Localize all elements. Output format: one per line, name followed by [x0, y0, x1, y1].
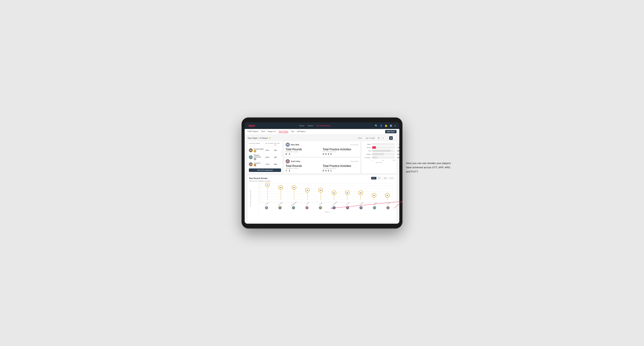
- team-title: Team Clippd | 14 Players: [248, 137, 268, 139]
- view-icons: ⊞ ≡ ▦ ↕: [382, 136, 396, 140]
- search-icon[interactable]: 🔍: [375, 124, 378, 127]
- bar-fill-dbogeys: [372, 156, 377, 159]
- player-name-1: Richard Butler: [254, 148, 264, 150]
- y-tick-2: 2: [252, 204, 259, 205]
- subnav-team-clippd[interactable]: Team Clippd: [278, 130, 288, 133]
- edit-icon[interactable]: ✏️: [269, 137, 271, 139]
- bar-chart-panel: Eagles 3 Birdies 96: [362, 141, 396, 173]
- add-team-button[interactable]: Add Team: [385, 130, 396, 133]
- nav-icons: 🔍 👤 🔔 ⚙️ ●: [375, 124, 396, 127]
- show-label: Show: [358, 137, 362, 139]
- streaks-chart-wrapper: Best Streak, Fairway Accuracy 7 6 5 4 3 …: [249, 183, 395, 220]
- subnav-pga[interactable]: PGA: [261, 131, 265, 133]
- rank-badge-3: 3: [254, 164, 256, 166]
- bar-label-dbogeys: D. Bogeys +: [363, 157, 371, 158]
- profile-icon[interactable]: ●: [394, 124, 396, 127]
- player-col-billingham: 6x: [287, 187, 301, 202]
- table-view-btn[interactable]: ↕: [393, 136, 396, 140]
- main-content: Team Clippd | 14 Players ✏️ Show Last 3 …: [245, 135, 399, 224]
- bar-fill-birdies: [372, 146, 376, 149]
- pc-name-josh: Josh Coles: [291, 161, 300, 162]
- bar-eagles: Eagles 3: [363, 143, 395, 145]
- avg-2: 107: [274, 156, 281, 158]
- avg-1: 110: [274, 149, 281, 151]
- sub-nav-links: PGAT Players PGA Hcaps 1-5 Team Clippd T…: [248, 130, 306, 133]
- photo-coles: JC: [306, 206, 308, 209]
- photo-butler: RB: [373, 206, 376, 209]
- player-col-mcherg: 6x: [274, 187, 287, 202]
- player-col-britt: 5x: [314, 190, 327, 202]
- bubble-coles: 5x: [305, 188, 310, 192]
- filter-app[interactable]: APP: [377, 177, 382, 179]
- bar-track-pars: 499: [372, 150, 395, 152]
- photo-mcherg: BM: [278, 206, 282, 209]
- streak-filter-btns: OTT APP ARG PUTT: [371, 177, 395, 179]
- lb-row-1: RB Richard Butler 1 19/20 110: [249, 147, 281, 154]
- app-logo: clippd: [248, 124, 255, 127]
- subnav-tour[interactable]: Tour: [291, 131, 294, 133]
- view-full-leaderboard-btn[interactable]: View Full Leaderboard: [249, 169, 281, 172]
- axis-200: 200: [382, 160, 384, 161]
- col-pb-avg: PB AVG SQ: [274, 143, 281, 146]
- bubble-crossman: 4x: [332, 190, 336, 195]
- rees-practice: 4: [289, 153, 290, 155]
- axis-0: 0: [372, 160, 373, 161]
- photo-miller: MM: [360, 206, 362, 209]
- y-axis-label-container: Best Streak, Fairway Accuracy: [249, 183, 252, 213]
- nav-my-performance[interactable]: My Performance: [316, 125, 330, 127]
- subnav-pgat[interactable]: PGAT Players: [248, 131, 258, 133]
- leaderboard-panel: PLAYER NAME PB SCORE PB AVG SQ RB Richar…: [248, 141, 282, 173]
- player-col-crossman: 4x: [327, 193, 340, 202]
- bubble-mcherg: 6x: [278, 185, 283, 190]
- grid-view-btn[interactable]: ⊞: [382, 136, 385, 140]
- josh-ott: 0: [323, 170, 324, 172]
- filter-ott[interactable]: OTT: [371, 177, 376, 179]
- rees-putt: 0: [330, 153, 332, 155]
- bar-track-dbogeys: 131: [372, 156, 395, 159]
- pc-stats-rees: Total Rounds Tournament Practice 8 4: [286, 148, 358, 155]
- players-label: Players: [325, 211, 330, 213]
- filter-arg[interactable]: ARG: [383, 177, 388, 179]
- bubble-ebert: 7x: [265, 183, 270, 187]
- pc-header-rees: RB Rees Britt 02 Sep 2023: [286, 143, 358, 147]
- bar-value-pars: 499: [398, 150, 399, 152]
- score-3: 17/20: [265, 163, 274, 165]
- bar-fill-eagles: [372, 143, 372, 145]
- y-tick-4: 4: [252, 195, 259, 197]
- chart-axis-title: Total Shots: [363, 162, 395, 163]
- settings-icon[interactable]: ⚙️: [390, 124, 392, 127]
- total-rounds-label: Total Rounds: [286, 148, 302, 151]
- name-ford: B. Ford: [346, 202, 350, 205]
- bell-icon[interactable]: 🔔: [385, 124, 388, 127]
- photo-ebert: EE: [265, 206, 268, 209]
- period-select[interactable]: Last 3 months Last 6 months Last 12 mont…: [363, 137, 380, 140]
- bar-dbogeys: D. Bogeys + 131: [363, 156, 395, 159]
- score-2: 18/20: [265, 156, 274, 158]
- card-view-btn[interactable]: ▦: [389, 136, 393, 140]
- subnav-hcaps[interactable]: Hcaps 1-5: [268, 131, 276, 133]
- rank-badge-1: 1: [254, 150, 256, 152]
- lb-row-3: CM Cameron... 3 17/20 103: [249, 161, 281, 168]
- nav-teams[interactable]: Teams: [308, 125, 313, 127]
- nav-home[interactable]: Home: [299, 125, 304, 127]
- user-icon[interactable]: 👤: [380, 124, 382, 127]
- axis-400: 400: [393, 160, 395, 161]
- total-rounds-label-josh: Total Rounds: [286, 165, 302, 168]
- chart-axis: 0 200 400: [363, 160, 395, 161]
- filter-putt[interactable]: PUTT: [389, 177, 395, 179]
- subnav-all-players[interactable]: All Players: [297, 131, 306, 133]
- list-view-btn[interactable]: ≡: [385, 136, 389, 140]
- pc-player-info-rees: RB Rees Britt: [286, 143, 299, 147]
- y-tick-6: 6: [252, 187, 259, 188]
- bubble-quick: 3x: [385, 193, 390, 198]
- player-name-3: Cameron...: [254, 162, 262, 164]
- avatar-cameron: CM: [249, 162, 253, 166]
- bubble-billingham: 6x: [292, 185, 296, 190]
- player-card-rees: RB Rees Britt 02 Sep 2023 Total Rounds T…: [284, 141, 360, 157]
- tablet-frame: clippd Home Teams My Performance 🔍 👤 🔔 ⚙…: [242, 117, 402, 229]
- bar-track-birdies: 96: [372, 146, 395, 149]
- rees-tournament: 8: [286, 153, 287, 155]
- pc-name-rees: Rees Britt: [291, 144, 299, 146]
- lb-player-3: CM Cameron... 3: [249, 162, 265, 166]
- avatar-edward: EC: [249, 155, 253, 159]
